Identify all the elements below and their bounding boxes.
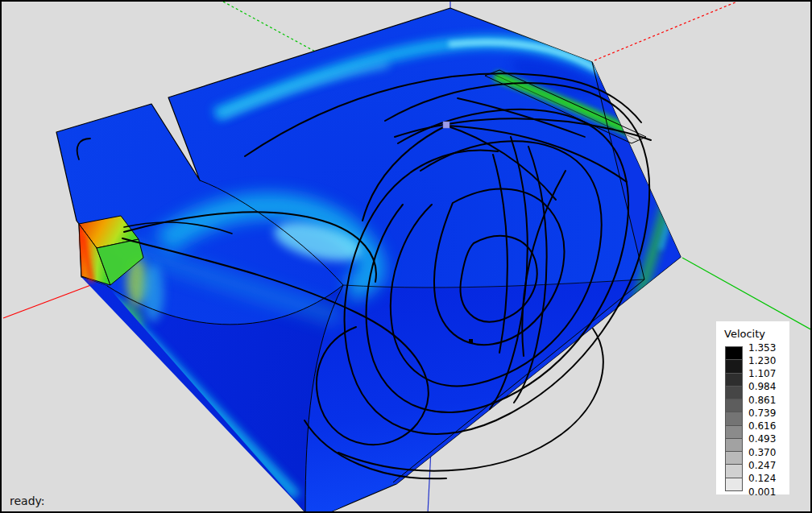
legend-cell	[725, 386, 743, 399]
legend-cell	[725, 399, 743, 412]
legend-cell	[725, 425, 743, 439]
legend-colorbar	[725, 346, 743, 490]
legend-cell	[725, 438, 743, 452]
status-text: ready:	[10, 494, 45, 507]
legend-tick-label: 0.001	[748, 487, 787, 498]
x-axis-dashed-line	[594, 2, 737, 60]
legend-cell	[725, 346, 743, 360]
legend-cell	[725, 373, 743, 387]
y-axis-line	[682, 258, 812, 331]
legend-tick-label: 0.616	[748, 421, 787, 432]
legend-tick-label: 0.493	[748, 434, 787, 445]
velocity-legend: Velocity 1.3531.2301.1070.9840.8610.7390…	[716, 321, 789, 494]
legend-tick-label: 0.124	[748, 474, 787, 484]
legend-tick-label: 0.984	[748, 382, 787, 392]
legend-tick-label: 0.370	[748, 448, 787, 458]
legend-cell	[725, 464, 743, 478]
probe-point-marker	[469, 339, 473, 343]
legend-cell	[725, 359, 743, 373]
app-window: Velocity 1.3531.2301.1070.9840.8610.7390…	[0, 0, 812, 513]
legend-cell	[725, 478, 743, 491]
legend-tick-label: 0.861	[748, 395, 787, 406]
legend-tick-label: 1.353	[748, 343, 787, 354]
legend-tick-label: 0.739	[748, 408, 787, 419]
legend-cell	[725, 451, 743, 465]
legend-tick-label: 1.230	[748, 356, 787, 366]
seed-point-marker[interactable]	[443, 122, 450, 128]
face-front-right	[305, 279, 644, 511]
flow-domain-model	[56, 8, 710, 511]
legend-tick-label: 1.107	[748, 369, 787, 379]
legend-tick-label: 0.247	[748, 461, 787, 471]
legend-cell	[725, 412, 743, 425]
legend-title: Velocity	[724, 328, 765, 340]
viewport-3d[interactable]	[2, 2, 812, 513]
